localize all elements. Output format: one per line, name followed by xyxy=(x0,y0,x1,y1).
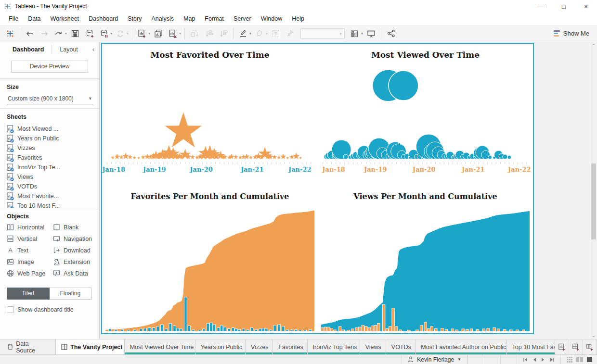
sheet-tab-favorites[interactable]: Favorites xyxy=(273,339,307,354)
worksheet-icon xyxy=(7,173,14,181)
new-story-button[interactable] xyxy=(583,339,597,354)
highlight-icon[interactable] xyxy=(236,27,250,40)
scroll-up-icon[interactable]: ⌃ xyxy=(590,43,597,48)
share-icon[interactable] xyxy=(384,27,398,40)
pause-auto-updates-icon[interactable] xyxy=(97,27,111,40)
new-dashboard-button[interactable] xyxy=(569,339,583,354)
sheet-tab-most-favorited-author-on-public[interactable]: Most Favorited Author on Public xyxy=(415,339,506,354)
size-dropdown[interactable]: Custom size (900 x 1800) ▼ xyxy=(7,94,93,104)
svg-text:T: T xyxy=(274,31,277,36)
menu-item-analysis[interactable]: Analysis xyxy=(146,13,179,24)
duplicate-sheet-icon[interactable] xyxy=(151,27,166,40)
next-sheet-icon[interactable] xyxy=(541,357,545,362)
menu-item-file[interactable]: File xyxy=(4,13,23,24)
sheet-sorter-icon[interactable] xyxy=(567,357,572,363)
sheet-tab-label: Views xyxy=(365,344,381,351)
new-data-source-icon[interactable] xyxy=(82,27,97,40)
sheet-tab-ironviz-top-tens[interactable]: IronViz Top Tens xyxy=(308,339,360,354)
sheet-tab-label: IronViz Top Tens xyxy=(313,344,357,351)
save-icon[interactable] xyxy=(68,27,82,40)
menu-item-format[interactable]: Format xyxy=(200,13,229,24)
menu-item-server[interactable]: Server xyxy=(229,13,256,24)
sheet-list-item[interactable]: Most Favorite... xyxy=(7,191,92,201)
sheet-tab-the-vanity-project[interactable]: The Vanity Project xyxy=(55,339,125,354)
menu-item-dashboard[interactable]: Dashboard xyxy=(84,13,123,24)
sheet-list-item[interactable]: IronViz Top Te... xyxy=(7,163,92,172)
object-item-vertical[interactable]: Vertical xyxy=(7,235,53,242)
sheet-list-item[interactable]: Years on Public xyxy=(7,134,92,143)
device-preview-button[interactable]: Device Preview xyxy=(11,61,88,73)
menu-item-help[interactable]: Help xyxy=(287,13,309,24)
sheet-list-item[interactable]: Favorites xyxy=(7,153,92,163)
ask-data-icon xyxy=(53,270,60,277)
close-icon[interactable]: × xyxy=(575,0,597,13)
show-me-button[interactable]: Show Me xyxy=(549,28,594,39)
chart-favorites-cumulative[interactable]: Favorites Per Month and Cumulative xyxy=(102,188,318,333)
data-source-tab[interactable]: Data Source xyxy=(0,339,55,354)
user-menu[interactable]: Kevin Flerlage ▼ xyxy=(402,355,467,364)
vertical-scrollbar[interactable]: ⌃ ⌄ xyxy=(590,42,597,339)
clear-sheet-icon[interactable] xyxy=(166,27,180,40)
scroll-down-icon[interactable]: ⌄ xyxy=(590,333,597,338)
sheet-tab-most-viewed-over-time[interactable]: Most Viewed Over Time xyxy=(125,339,195,354)
chart-views-cumulative[interactable]: Views Per Month and Cumulative xyxy=(318,188,533,333)
collapse-pane-icon[interactable]: ‹ xyxy=(92,46,94,53)
text-object-icon: T xyxy=(269,27,283,40)
menu-item-data[interactable]: Data xyxy=(23,13,45,24)
sheet-tab-views[interactable]: Views xyxy=(360,339,386,354)
first-sheet-icon[interactable] xyxy=(523,357,528,362)
chart-most-viewed[interactable]: Most Viewed Over Time Jan-18Jan-19Jan-20… xyxy=(318,44,533,188)
vertical-icon xyxy=(7,235,14,242)
object-item-extension[interactable]: Extension xyxy=(53,258,92,265)
sheet-list-item[interactable]: Vizzes xyxy=(7,143,92,153)
sheet-item-label: Years on Public xyxy=(17,135,59,142)
tab-dashboard[interactable]: Dashboard xyxy=(8,43,49,56)
minimize-icon[interactable]: — xyxy=(531,0,553,13)
object-item-ask-data[interactable]: Ask Data xyxy=(53,270,92,277)
sheet-tab-vizzes[interactable]: Vizzes xyxy=(246,339,273,354)
scrollbar-thumb[interactable] xyxy=(591,163,596,239)
menu-item-window[interactable]: Window xyxy=(256,13,287,24)
tableau-logo-icon[interactable] xyxy=(3,27,17,40)
data-source-label: Data Source xyxy=(16,340,47,354)
object-item-navigation[interactable]: Navigation xyxy=(53,235,92,242)
sheet-list-item[interactable]: Most Viewed ... xyxy=(7,124,92,134)
object-label: Horizontal xyxy=(17,224,44,231)
chart-most-favorited[interactable]: Most Favorited Over Time ★★★★★★★★★★★★★★★… xyxy=(102,44,318,188)
object-item-download[interactable]: Download xyxy=(53,247,92,254)
new-worksheet-button[interactable] xyxy=(555,339,569,354)
sheet-tab-years-on-public[interactable]: Years on Public xyxy=(195,339,246,354)
undo-icon[interactable] xyxy=(23,27,37,40)
previous-sheet-icon[interactable] xyxy=(532,357,536,362)
menu-item-map[interactable]: Map xyxy=(179,13,200,24)
menu-item-worksheet[interactable]: Worksheet xyxy=(46,13,84,24)
replay-icon[interactable] xyxy=(52,27,66,40)
object-item-web-page[interactable]: Web Page xyxy=(7,270,53,277)
floating-button[interactable]: Floating xyxy=(50,288,92,300)
menu-item-story[interactable]: Story xyxy=(123,13,146,24)
presentation-mode-icon[interactable] xyxy=(364,27,378,40)
sheet-list-item[interactable]: Views xyxy=(7,172,92,182)
sheet-list-item[interactable]: VOTDs xyxy=(7,182,92,191)
maximize-icon[interactable]: □ xyxy=(553,0,575,13)
object-item-blank[interactable]: Blank xyxy=(53,224,92,231)
object-label: Image xyxy=(17,259,34,265)
user-name: Kevin Flerlage xyxy=(417,356,454,363)
last-sheet-icon[interactable] xyxy=(550,357,555,362)
object-item-horizontal[interactable]: Horizontal xyxy=(7,224,53,231)
tiled-button[interactable]: Tiled xyxy=(7,288,50,300)
filmstrip-view-icon[interactable] xyxy=(576,357,583,362)
show-mark-labels-icon[interactable] xyxy=(348,27,362,40)
sheet-tab-top-10-most-fav[interactable]: Top 10 Most Fav xyxy=(507,339,555,354)
show-dashboard-title-checkbox[interactable] xyxy=(7,306,13,313)
new-worksheet-icon[interactable] xyxy=(135,27,149,40)
sheet-tab-votds[interactable]: VOTDs xyxy=(386,339,415,354)
dashboard-sheet[interactable]: Most Favorited Over Time ★★★★★★★★★★★★★★★… xyxy=(101,43,534,334)
sheet-view-icon[interactable] xyxy=(587,357,592,362)
fit-caret-icon: ▾ xyxy=(340,31,342,36)
tab-layout[interactable]: Layout xyxy=(55,43,83,56)
object-item-image[interactable]: Image xyxy=(7,258,53,265)
sheet-list-item[interactable]: Top 10 Most F... xyxy=(7,201,92,208)
sheet-tab-label: Vizzes xyxy=(251,344,269,351)
object-item-text[interactable]: AText xyxy=(7,247,53,254)
